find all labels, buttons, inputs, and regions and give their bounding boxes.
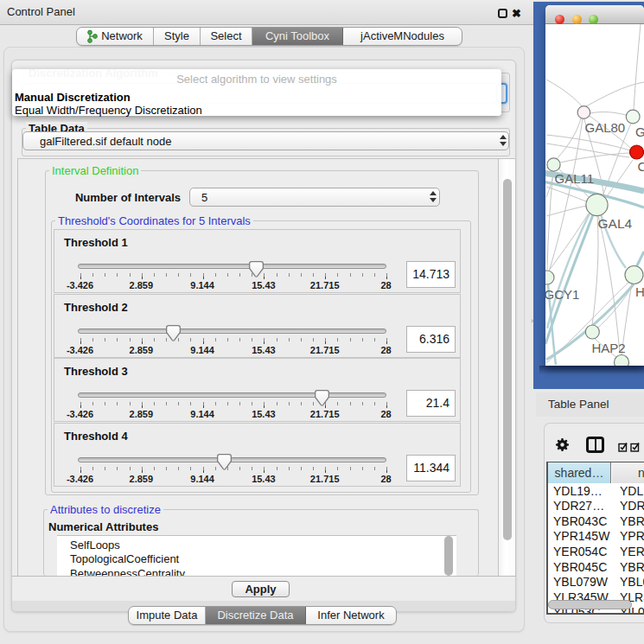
svg-text:GA: GA bbox=[635, 124, 644, 139]
svg-text:C: C bbox=[638, 159, 644, 174]
svg-text:GCY1: GCY1 bbox=[545, 287, 579, 302]
svg-text:GAL11: GAL11 bbox=[555, 171, 595, 186]
svg-text:GAL4: GAL4 bbox=[598, 216, 633, 231]
svg-text:HAP2: HAP2 bbox=[592, 341, 626, 355]
svg-text:HA: HA bbox=[635, 284, 644, 299]
svg-text:GAL80: GAL80 bbox=[585, 120, 626, 135]
